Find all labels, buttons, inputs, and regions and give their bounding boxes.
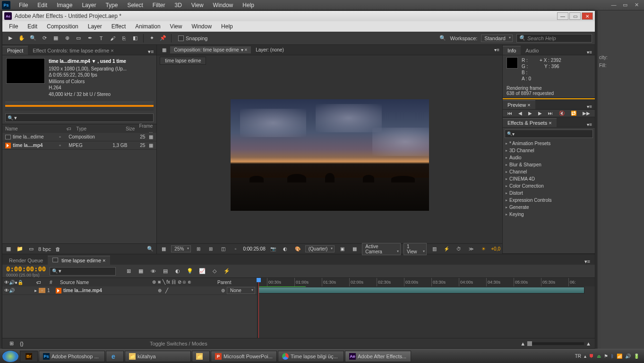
pen-tool[interactable]: ✒ (85, 34, 95, 43)
selection-tool[interactable]: ▶ (5, 34, 16, 43)
zoom-out-icon[interactable]: ▲ (520, 341, 525, 346)
ps-menu-filter[interactable]: Filter (148, 2, 170, 9)
timeline-zoom-slider[interactable] (527, 342, 584, 345)
ae-minimize-button[interactable]: — (557, 12, 568, 20)
shape-tool[interactable]: ▭ (73, 34, 84, 43)
effects-presets-tab[interactable]: Effects & Presets × (503, 118, 557, 127)
timeline-panel-menu-icon[interactable]: ▾≡ (582, 259, 593, 265)
tray-antivirus-icon[interactable]: ⛊ (589, 354, 594, 359)
hide-shy-icon[interactable]: 👁 (148, 267, 158, 276)
effect-category[interactable]: Color Correction (503, 182, 595, 190)
ps-menu-3d[interactable]: 3D (170, 2, 186, 9)
fast-preview-icon[interactable]: ⚡ (442, 244, 451, 254)
ps-menu-edit[interactable]: Edit (33, 2, 52, 9)
effects-panel-menu-icon[interactable]: ▾≡ (584, 122, 595, 127)
effect-category[interactable]: Distort (503, 190, 595, 197)
first-frame-button[interactable]: ⏮ (507, 111, 512, 116)
playhead[interactable] (258, 278, 259, 338)
effect-category[interactable]: CINEMA 4D (503, 175, 595, 182)
magnification-icon[interactable]: ▦ (159, 244, 168, 254)
panel-menu-icon[interactable]: ▾≡ (145, 49, 156, 55)
project-tab[interactable]: Project (2, 46, 28, 55)
zoom-in-icon[interactable]: ▲ (586, 341, 591, 346)
layer-duration-bar[interactable] (258, 287, 584, 294)
zoom-tool[interactable]: 🔍 (28, 34, 38, 43)
layer-tab[interactable]: Layer: (none) (252, 46, 287, 53)
type-tool[interactable]: T (96, 34, 106, 43)
interpret-icon[interactable]: ▦ (4, 244, 13, 254)
timeline-comp-tab[interactable]: time lapse edirne × (48, 256, 110, 265)
current-time-display[interactable]: 0:00:25:08 (243, 246, 265, 251)
eraser-tool[interactable]: ◧ (130, 34, 140, 43)
timeline-track-area[interactable]: 00:30s01:00s01:30s02:00s02:30s03:00s03:3… (258, 278, 595, 338)
tray-network-icon[interactable]: 📶 (617, 354, 622, 359)
tray-action-center-icon[interactable]: ⚑ (604, 354, 608, 359)
camera-dropdown[interactable]: Active Camera (362, 243, 401, 255)
comp-flowchart-icon[interactable]: ▦ (159, 45, 169, 55)
guides-icon[interactable]: ◫ (218, 244, 228, 254)
current-time-indicator[interactable]: 0:00:00:00 (6, 265, 46, 273)
help-icon[interactable]: 🔍 (439, 35, 446, 41)
effect-category[interactable]: Expression Controls (503, 197, 595, 204)
ps-minimize[interactable]: — (608, 2, 619, 8)
taskbar-item[interactable]: 📁 (192, 351, 210, 362)
toggle-switches-modes-button[interactable]: Toggle Switches / Modes (150, 341, 207, 346)
ae-menu-help[interactable]: Help (216, 23, 238, 30)
preview-panel-menu-icon[interactable]: ▾≡ (584, 104, 595, 109)
composition-subtab[interactable]: time lapse edirne (160, 57, 206, 65)
ps-menu-image[interactable]: Image (52, 2, 77, 9)
ae-menu-edit[interactable]: Edit (23, 23, 42, 30)
snapping-checkbox[interactable] (178, 35, 184, 41)
channel-icon[interactable]: ◐ (281, 244, 290, 254)
ae-close-button[interactable]: ✕ (582, 12, 593, 20)
effect-category[interactable]: * Animation Presets (503, 140, 595, 147)
ps-menu-window[interactable]: Window (208, 2, 238, 9)
loop-button[interactable]: 🔁 (571, 111, 576, 116)
motion-blur-icon[interactable]: ◐ (172, 267, 183, 276)
ps-close[interactable]: ✕ (631, 2, 642, 8)
info-panel-menu-icon[interactable]: ▾≡ (584, 50, 595, 55)
start-button[interactable] (2, 350, 19, 363)
ae-menu-view[interactable]: View (165, 23, 187, 30)
ps-restore[interactable]: ▭ (619, 2, 631, 8)
trash-icon[interactable]: 🗑 (54, 244, 62, 254)
toggle-switches-icon[interactable]: {} (17, 339, 27, 348)
ae-menu-file[interactable]: File (4, 23, 23, 30)
last-frame-button[interactable]: ⏭ (548, 111, 553, 116)
search-help-input[interactable]: 🔍Search Help (516, 34, 592, 43)
roto-tool[interactable]: ✦ (146, 34, 157, 43)
effect-category[interactable]: Blur & Sharpen (503, 161, 595, 168)
pixel-aspect-icon[interactable]: ▥ (429, 244, 439, 254)
composition-tab[interactable]: Composition: time lapse edirne ▾ × (170, 46, 251, 53)
exposure-icon[interactable]: ☀ (479, 244, 488, 254)
workspace-dropdown[interactable]: Standard (481, 35, 513, 42)
bit-depth-label[interactable]: 8 bpc (38, 246, 51, 252)
language-indicator[interactable]: TR (575, 354, 581, 359)
tray-battery-icon[interactable]: 🔋 (634, 354, 639, 359)
effect-category[interactable]: Generate (503, 204, 595, 211)
composition-viewer[interactable] (157, 66, 502, 243)
clone-tool[interactable]: ⎘ (119, 34, 129, 43)
mute-button[interactable]: 🔇 (559, 111, 565, 116)
timeline-search-input[interactable]: ▾ (50, 267, 116, 276)
effect-category[interactable]: 3D Channel (503, 147, 595, 154)
ps-menu-select[interactable]: Select (122, 2, 147, 9)
taskbar-item[interactable]: e (106, 351, 124, 362)
snapshot-icon[interactable]: 📷 (268, 244, 278, 254)
effect-controls-tab[interactable]: Effect Controls: time lapse edirne × (28, 46, 118, 55)
search-icon[interactable]: 🔍 (146, 244, 155, 254)
effect-category[interactable]: Keying (503, 211, 595, 218)
ps-menu-layer[interactable]: Layer (77, 2, 101, 9)
audio-tab[interactable]: Audio (521, 46, 543, 55)
parent-dropdown[interactable]: None (227, 287, 255, 294)
transparency-grid-icon[interactable]: ▦ (350, 244, 359, 254)
ae-menu-window[interactable]: Window (187, 23, 216, 30)
ram-preview-button[interactable]: ▶▶ (583, 111, 590, 116)
new-comp-icon[interactable]: ▭ (27, 244, 35, 254)
project-item[interactable]: time la...edirne▫Composition25▦ (2, 133, 156, 141)
taskbar-item[interactable]: PsAdobe Photoshop ... (39, 351, 105, 362)
puppet-tool[interactable]: 📌 (158, 34, 168, 43)
source-name-header[interactable]: Source Name (60, 280, 148, 285)
tray-bluetooth-icon[interactable]: ᛒ (611, 354, 614, 359)
tray-safely-remove-icon[interactable]: ⏏ (597, 354, 601, 359)
